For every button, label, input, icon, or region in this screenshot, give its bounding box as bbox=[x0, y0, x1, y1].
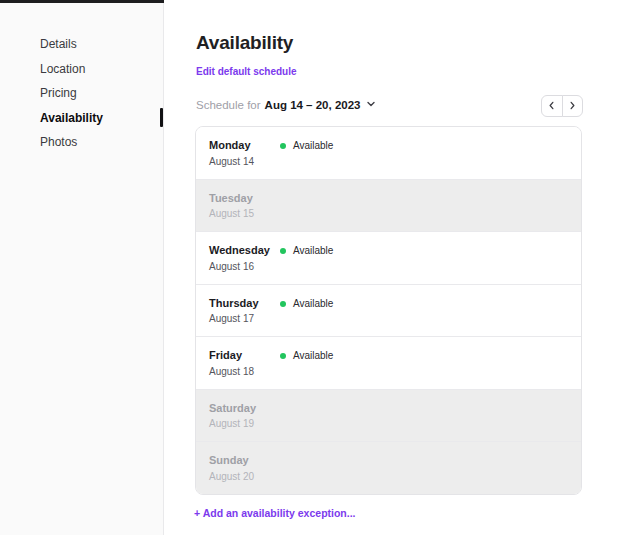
day-date: August 19 bbox=[209, 418, 280, 430]
chevron-left-icon bbox=[547, 101, 556, 110]
availability-badge: Available bbox=[280, 245, 333, 257]
chevron-down-icon bbox=[366, 98, 376, 113]
weekly-schedule-card: Monday August 14 Available Tuesday Augus… bbox=[195, 126, 582, 495]
day-column: Tuesday August 15 bbox=[209, 192, 280, 221]
available-dot-icon bbox=[280, 248, 286, 254]
week-pager bbox=[541, 95, 583, 117]
sidebar-nav: DetailsLocationPricingAvailabilityPhotos bbox=[40, 32, 163, 155]
availability-badge: Available bbox=[280, 350, 333, 362]
day-name: Wednesday bbox=[209, 244, 280, 257]
day-date: August 15 bbox=[209, 208, 280, 220]
edit-default-schedule-link[interactable]: Edit default schedule bbox=[196, 66, 297, 77]
sidebar-item-photos[interactable]: Photos bbox=[40, 130, 163, 155]
day-column: Thursday August 17 bbox=[209, 297, 280, 326]
day-name: Sunday bbox=[209, 454, 280, 467]
schedule-day-row-monday[interactable]: Monday August 14 Available bbox=[196, 127, 581, 179]
day-column: Saturday August 19 bbox=[209, 402, 280, 431]
day-column: Wednesday August 16 bbox=[209, 244, 280, 273]
schedule-for-label: Schedule for bbox=[196, 98, 261, 113]
sidebar-item-location[interactable]: Location bbox=[40, 57, 163, 82]
available-dot-icon bbox=[280, 301, 286, 307]
day-name: Monday bbox=[209, 139, 280, 152]
schedule-day-row-saturday[interactable]: Saturday August 19 bbox=[196, 389, 581, 442]
day-column: Friday August 18 bbox=[209, 349, 280, 378]
next-week-button[interactable] bbox=[562, 95, 584, 117]
availability-badge: Available bbox=[280, 140, 333, 152]
day-date: August 16 bbox=[209, 261, 280, 273]
availability-status-label: Available bbox=[293, 298, 333, 310]
sidebar: DetailsLocationPricingAvailabilityPhotos bbox=[0, 0, 164, 535]
schedule-day-row-tuesday[interactable]: Tuesday August 15 bbox=[196, 179, 581, 232]
chevron-right-icon bbox=[568, 101, 577, 110]
week-selector[interactable]: Schedule for Aug 14 – 20, 2023 bbox=[196, 98, 376, 113]
day-name: Saturday bbox=[209, 402, 280, 415]
schedule-day-row-thursday[interactable]: Thursday August 17 Available bbox=[196, 284, 581, 337]
top-accent-bar bbox=[0, 0, 164, 3]
availability-status-label: Available bbox=[293, 140, 333, 152]
day-date: August 14 bbox=[209, 156, 280, 168]
day-date: August 20 bbox=[209, 471, 280, 483]
availability-status-label: Available bbox=[293, 350, 333, 362]
day-name: Friday bbox=[209, 349, 280, 362]
available-dot-icon bbox=[280, 353, 286, 359]
schedule-day-row-wednesday[interactable]: Wednesday August 16 Available bbox=[196, 231, 581, 284]
week-range-value: Aug 14 – 20, 2023 bbox=[265, 98, 361, 113]
previous-week-button[interactable] bbox=[541, 95, 563, 117]
day-column: Monday August 14 bbox=[209, 139, 280, 168]
availability-badge: Available bbox=[280, 298, 333, 310]
active-tab-indicator bbox=[160, 108, 163, 127]
sidebar-item-availability[interactable]: Availability bbox=[40, 106, 163, 131]
day-column: Sunday August 20 bbox=[209, 454, 280, 483]
listing-editor-page: DetailsLocationPricingAvailabilityPhotos… bbox=[0, 0, 635, 535]
day-date: August 17 bbox=[209, 313, 280, 325]
schedule-day-row-sunday[interactable]: Sunday August 20 bbox=[196, 441, 581, 494]
available-dot-icon bbox=[280, 143, 286, 149]
page-title: Availability bbox=[196, 32, 293, 54]
day-name: Thursday bbox=[209, 297, 280, 310]
schedule-day-row-friday[interactable]: Friday August 18 Available bbox=[196, 336, 581, 389]
sidebar-item-details[interactable]: Details bbox=[40, 32, 163, 57]
availability-status-label: Available bbox=[293, 245, 333, 257]
day-name: Tuesday bbox=[209, 192, 280, 205]
sidebar-item-pricing[interactable]: Pricing bbox=[40, 81, 163, 106]
add-availability-exception-link[interactable]: + Add an availability exception... bbox=[194, 507, 356, 519]
day-date: August 18 bbox=[209, 366, 280, 378]
